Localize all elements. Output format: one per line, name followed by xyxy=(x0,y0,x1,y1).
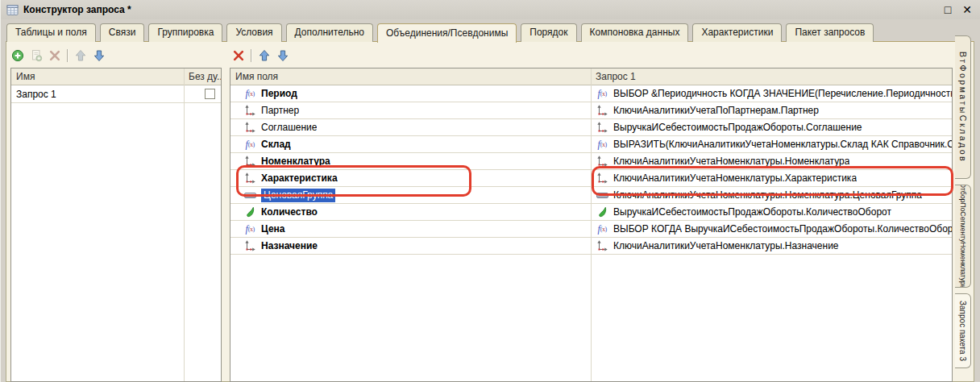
field-expression: ВыручкаИСебестоимостьПродажОбороты.Согла… xyxy=(613,122,862,133)
top-tab-strip: Таблицы и поляСвязиГруппировкаУсловияДоп… xyxy=(6,23,874,42)
field-name: Склад xyxy=(261,139,291,150)
dimension-field-icon xyxy=(596,105,608,116)
toolbar-separator xyxy=(67,49,69,62)
queries-table-header: Имя Без ду... xyxy=(11,69,221,85)
tab-группировка[interactable]: Группировка xyxy=(148,23,222,42)
move-up-icon[interactable] xyxy=(258,49,271,62)
tab-условия[interactable]: Условия xyxy=(226,23,281,42)
tab-объединения-псевдонимы[interactable]: Объединения/Псевдонимы xyxy=(377,23,517,43)
query-row-запрос-1[interactable]: Запрос 1 xyxy=(11,85,221,103)
tab-связи[interactable]: Связи xyxy=(100,23,145,42)
dimension-field-icon xyxy=(243,122,256,133)
query-packet-tab-strip: ВтФорматыСкладовОтборПоСегментуНоменклат… xyxy=(955,35,973,368)
dimension-field-icon xyxy=(596,240,608,251)
queries-toolbar xyxy=(11,47,106,64)
field-name: Номенклатура xyxy=(261,156,330,167)
field-expression: КлючиАналитикиУчетаНоменклатуры.Номенкла… xyxy=(613,189,922,201)
tab-компоновка-данных[interactable]: Компоновка данных xyxy=(581,23,689,42)
tab-таблицы-и-поля[interactable]: Таблицы и поля xyxy=(6,23,96,42)
fields-table: Имя поля Запрос 1 f(x)Периодf(x)ВЫБОР &П… xyxy=(230,68,953,382)
side-tab-отборпосегментуноменклатуры[interactable]: ОтборПоСегментуНоменклатуры xyxy=(955,185,971,288)
column-divider xyxy=(184,69,185,381)
field-expression: ВЫБОР &Периодичность КОГДА ЗНАЧЕНИЕ(Пере… xyxy=(613,88,952,99)
field-expression: ВЫРАЗИТЬ(КлючиАналитикиУчетаНоменклатуры… xyxy=(613,139,952,150)
field-name: Цена xyxy=(261,223,285,235)
field-name: Партнер xyxy=(261,105,299,116)
tab-дополнительно[interactable]: Дополнительно xyxy=(286,23,373,42)
function-icon: f(x) xyxy=(243,88,256,99)
function-icon: f(x) xyxy=(243,139,256,150)
function-icon: f(x) xyxy=(243,223,256,235)
field-name: Назначение xyxy=(261,240,318,251)
dimension-field-icon xyxy=(596,172,608,184)
function-icon: f(x) xyxy=(596,88,608,99)
toolbar-separator xyxy=(251,49,252,62)
field-expression: КлючиАналитикиУчетаНоменклатуры.Характер… xyxy=(613,172,857,184)
queries-table: Имя Без ду... Запрос 1 xyxy=(10,68,222,382)
function-icon: f(x) xyxy=(596,139,608,150)
side-tab-запрос-пакета-3[interactable]: Запрос пакета 3 xyxy=(955,293,971,368)
dimension-field-icon xyxy=(243,156,256,167)
field-expression: КлючиАналитикиУчетаНоменклатуры.Номенкла… xyxy=(613,156,849,167)
field-name: Соглашение xyxy=(261,122,317,133)
field-expression: ВыручкаИСебестоимостьПродажОбороты.Колич… xyxy=(613,206,891,218)
maximize-button[interactable]: □ xyxy=(945,4,951,15)
dimension-field-icon xyxy=(243,105,256,116)
tab-характеристики[interactable]: Характеристики xyxy=(692,23,782,42)
dimension-field-icon xyxy=(243,240,256,251)
move-up-icon[interactable] xyxy=(74,49,87,62)
query-name: Запрос 1 xyxy=(11,89,56,100)
resource-field-icon xyxy=(243,206,256,218)
move-down-icon[interactable] xyxy=(93,49,106,62)
field-name: Характеристика xyxy=(261,172,338,184)
delete-icon[interactable] xyxy=(232,49,245,62)
no-duplicates-checkbox[interactable] xyxy=(205,89,215,99)
resource-field-icon xyxy=(596,206,608,218)
window-table-icon xyxy=(6,4,19,16)
dash-field-icon xyxy=(243,189,256,201)
function-icon: f(x) xyxy=(596,223,608,235)
tab-порядок[interactable]: Порядок xyxy=(521,23,576,42)
dimension-field-icon xyxy=(243,172,256,184)
column-header-no-duplicates: Без ду... xyxy=(184,69,221,85)
dimension-field-icon xyxy=(596,122,608,133)
add-copy-icon[interactable] xyxy=(30,49,43,62)
side-tab-втформатыскладов[interactable]: ВтФорматыСкладов xyxy=(955,35,971,179)
tab-пакет-запросов[interactable]: Пакет запросов xyxy=(786,23,874,42)
query-builder-window: Конструктор запроса * □ ✕ Таблицы и поля… xyxy=(0,0,980,382)
delete-icon[interactable] xyxy=(48,49,61,62)
column-header-name: Имя xyxy=(11,69,184,85)
field-name: Период xyxy=(261,88,297,99)
dash-field-icon xyxy=(596,189,608,201)
close-button[interactable]: ✕ xyxy=(962,4,972,15)
column-header-query1: Запрос 1 xyxy=(591,69,952,85)
dimension-field-icon xyxy=(596,156,608,167)
field-name: Количество xyxy=(261,206,318,218)
column-header-field-name: Имя поля xyxy=(230,69,591,85)
field-expression: КлючиАналитикиУчетаНоменклатуры.Назначен… xyxy=(613,240,839,251)
window-title: Конструктор запроса * xyxy=(23,4,131,15)
title-bar: Конструктор запроса * □ ✕ xyxy=(1,0,980,19)
add-icon[interactable] xyxy=(11,49,24,62)
field-expression: ВЫБОР КОГДА ВыручкаИСебестоимостьПродажО… xyxy=(613,223,952,235)
fields-toolbar xyxy=(232,47,289,64)
move-down-icon[interactable] xyxy=(276,49,289,62)
field-expression: КлючиАналитикиУчетаПоПартнерам.Партнер xyxy=(613,105,819,116)
column-divider xyxy=(591,69,592,381)
field-name: ЦеноваяГруппа xyxy=(261,189,335,202)
